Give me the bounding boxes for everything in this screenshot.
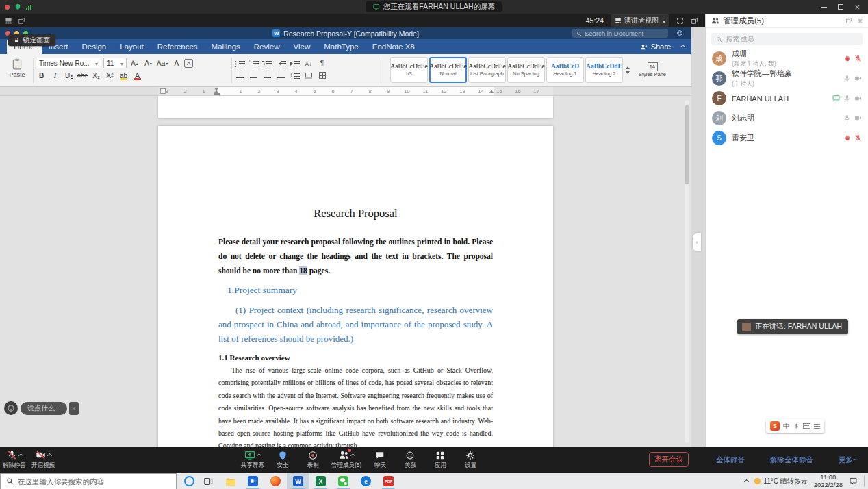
style-card[interactable]: AaBbCcDdEe List Paragraph (468, 57, 506, 83)
chat-button[interactable]: 聊天 (368, 449, 392, 470)
cortana-button[interactable] (184, 476, 194, 486)
style-card[interactable]: AaBbCcDdEe No Spacing (507, 57, 545, 83)
leave-meeting-button[interactable]: 离开会议 (649, 452, 689, 467)
ime-language-toggle[interactable]: 中 (783, 422, 790, 431)
view-mode-dropdown[interactable]: 演讲者视图 (611, 14, 669, 27)
meeting-app-icon[interactable] (242, 473, 264, 489)
unmute-button[interactable]: 解除静音 (3, 449, 26, 470)
character-border-button[interactable]: A (184, 59, 193, 68)
close-panel-icon[interactable] (858, 14, 863, 27)
indent-button[interactable] (289, 58, 301, 68)
doc-intro-paragraph[interactable]: Please detail your research proposal fol… (218, 235, 493, 278)
document-area[interactable]: Research Proposal Please detail your res… (0, 96, 691, 447)
shrink-font-button[interactable]: A (142, 58, 154, 68)
ime-mic-icon[interactable] (793, 423, 800, 429)
member-row[interactable]: S 雷安卫 (706, 128, 868, 148)
apps-button[interactable]: 应用 (429, 449, 452, 470)
settings-button[interactable]: 设置 (459, 449, 482, 470)
font-color-button[interactable]: A (131, 70, 143, 81)
raised-hand-icon[interactable] (843, 55, 851, 62)
hanging-indent-marker[interactable] (214, 88, 218, 93)
more-button[interactable]: 更多~ (839, 455, 857, 465)
taskbar-search[interactable] (0, 473, 177, 489)
ruler[interactable]: 3211234567891011121314151617 (0, 87, 691, 96)
ribbon-tab[interactable]: References (151, 39, 205, 54)
popout-icon[interactable] (691, 17, 698, 25)
chevron-up-icon[interactable] (47, 453, 51, 458)
beauty-button[interactable]: 美颜 (398, 449, 422, 470)
popout-panel-icon[interactable] (845, 17, 852, 24)
style-card[interactable]: AaBbCcDdEe Normal (429, 57, 467, 83)
doc-title[interactable]: Research Proposal (218, 207, 493, 221)
bullet-list-button[interactable] (234, 58, 246, 68)
style-card[interactable]: AaBbCcDdEe h3 (390, 57, 428, 83)
maximize-button[interactable] (838, 4, 843, 10)
ribbon-tab[interactable]: EndNote X8 (366, 39, 422, 54)
ribbon-tab[interactable]: Review (247, 39, 287, 54)
edge-icon[interactable]: e (355, 473, 377, 489)
align-left-button[interactable] (234, 70, 246, 81)
layout-view-icon[interactable] (5, 17, 12, 25)
align-right-button[interactable] (261, 70, 273, 81)
line-spacing-button[interactable] (289, 70, 301, 81)
ribbon-tab[interactable]: Design (75, 39, 113, 54)
record-button[interactable]: 录制 (301, 449, 324, 470)
chat-input-hint[interactable]: 说点什么... (21, 402, 67, 415)
strikethrough-button[interactable]: abe (77, 70, 88, 81)
shading-button[interactable] (303, 70, 314, 81)
show-marks-button[interactable] (316, 58, 328, 68)
fullscreen-icon[interactable] (676, 17, 684, 25)
task-view-button[interactable] (203, 477, 213, 486)
excel-icon[interactable]: X (309, 473, 332, 489)
bold-button[interactable]: B (36, 70, 47, 81)
italic-button[interactable]: I (49, 70, 61, 81)
quick-chat-bubble[interactable]: 说点什么... (4, 401, 79, 415)
sogou-logo-icon[interactable]: S (770, 421, 780, 431)
member-row[interactable]: F FARHAN ULLAH (706, 88, 868, 108)
ime-toolbar[interactable]: S 中 (766, 419, 824, 433)
chat-emoji-icon[interactable] (4, 401, 18, 415)
font-name-select[interactable]: Times New Ro... (36, 58, 101, 68)
doc-heading-summary[interactable]: 1.Project summary (227, 284, 493, 297)
document-search-field[interactable]: Search in Document (572, 29, 668, 38)
pdf-icon[interactable]: PDF (377, 473, 400, 489)
camera-icon[interactable] (854, 95, 862, 102)
chevron-up-icon[interactable] (350, 453, 355, 458)
wechat-icon[interactable] (332, 473, 355, 489)
scrollbar-thumb[interactable] (685, 105, 689, 184)
justify-button[interactable] (275, 70, 287, 81)
subscript-button[interactable]: X₂ (90, 70, 102, 81)
tab-selector[interactable] (160, 88, 166, 94)
window-mode-icon[interactable] (18, 17, 25, 25)
manage-members-button[interactable]: 管理成员(5) (331, 449, 361, 470)
doc-heading-overview[interactable]: 1.1 Research overview (218, 353, 493, 362)
ribbon-tab[interactable]: Mailings (205, 39, 247, 54)
start-video-button[interactable]: 开启视频 (31, 449, 55, 470)
action-center-icon[interactable] (849, 477, 858, 486)
minimize-button[interactable] (821, 7, 827, 8)
clear-format-button[interactable]: A (170, 58, 182, 68)
share-screen-button[interactable]: 共享屏幕 (241, 449, 264, 470)
clock[interactable]: 11:00 2022/2/28 (814, 474, 843, 489)
unmute-all-button[interactable]: 解除全体静音 (770, 455, 813, 465)
outdent-button[interactable] (275, 58, 287, 68)
ime-keyboard-icon[interactable] (803, 423, 810, 429)
browser-icon[interactable] (264, 473, 287, 489)
underline-button[interactable]: U (63, 70, 75, 81)
chevron-up-icon[interactable] (18, 453, 23, 458)
file-explorer-icon[interactable] (219, 473, 242, 489)
numbered-list-button[interactable] (248, 58, 259, 68)
document-page[interactable]: Research Proposal Please detail your res… (158, 126, 553, 447)
weather-widget[interactable]: 11°C 晴转多云 (754, 477, 807, 486)
document-scrollbar[interactable] (685, 100, 689, 443)
collapse-chat-icon[interactable] (69, 402, 79, 415)
highlight-button[interactable]: ab (118, 70, 129, 81)
grow-font-button[interactable]: A (129, 58, 140, 68)
sort-button[interactable] (303, 58, 314, 68)
member-row[interactable]: 郭 软件学院—郭培豪 (主持人) (706, 68, 868, 88)
chevron-up-icon[interactable] (257, 453, 261, 458)
style-card[interactable]: AaBbCcDdE Heading 2 (585, 57, 623, 83)
multilevel-list-button[interactable] (261, 58, 273, 68)
panel-collapse-handle[interactable] (693, 233, 701, 251)
style-card[interactable]: AaBbCcD Heading 1 (546, 57, 584, 83)
